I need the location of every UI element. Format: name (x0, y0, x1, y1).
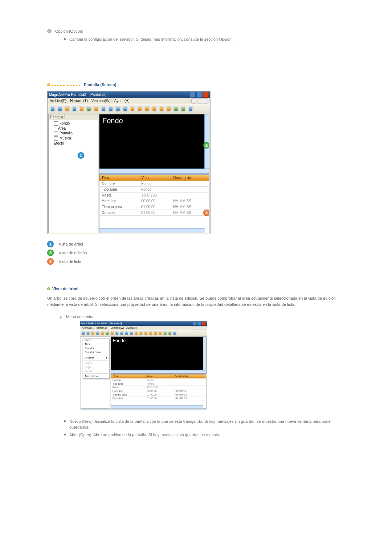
grid-row[interactable]: Tiempo para01:00:00HH:MM:SS (100, 204, 209, 210)
toolbar-icon[interactable] (64, 106, 70, 112)
grid-row[interactable]: Tipo áreaFondo (111, 382, 206, 385)
toolbar-icon[interactable] (144, 331, 148, 335)
grid-col-valor[interactable]: Valor (146, 374, 173, 378)
horizontal-scrollbar[interactable] (111, 370, 206, 373)
toolbar-icon[interactable] (137, 106, 143, 112)
grid-row[interactable]: Duración01:00:00HH:MM:SS (111, 397, 206, 400)
toolbar-icon[interactable] (50, 106, 56, 112)
grid-row[interactable]: Resol.1366*768 (100, 192, 209, 198)
menu-help[interactable]: Ayuda(H) (126, 327, 137, 329)
edit-view-preview[interactable]: Fondo (111, 337, 207, 373)
grid-row[interactable]: Hora inic.00:00:00HH:MM:SS (111, 389, 206, 393)
tree-expand-icon[interactable]: + (54, 131, 58, 135)
tree-item[interactable]: +Pantalla (54, 131, 97, 135)
toolbar-icon[interactable] (91, 331, 95, 335)
toolbar-icon[interactable] (134, 331, 138, 335)
ctx-menu-abrir[interactable]: Abrir (83, 342, 109, 346)
menu-file[interactable]: Archivo(F) (50, 99, 66, 103)
grid-col-desc[interactable]: Descripción (171, 175, 209, 181)
toolbar-icon[interactable] (163, 331, 167, 335)
toolbar-text-icon[interactable] (79, 106, 85, 112)
toolbar-icon[interactable] (86, 331, 90, 335)
grid-row[interactable]: NombreFondo (111, 378, 206, 382)
toolbar-icon[interactable] (110, 331, 114, 335)
toolbar-icon[interactable] (154, 331, 158, 335)
toolbar-icon[interactable] (166, 106, 172, 112)
ctx-menu-guardar-como[interactable]: Guardar como (83, 350, 109, 354)
tree-item[interactable]: +Música (54, 136, 97, 141)
toolbar-icon[interactable] (96, 331, 100, 335)
grid-col-valor[interactable]: Valor (139, 175, 171, 181)
horizontal-scrollbar[interactable] (99, 228, 205, 233)
toolbar-icon[interactable] (86, 106, 92, 112)
toolbar-icon[interactable] (124, 331, 128, 335)
toolbar-icon[interactable] (130, 331, 134, 335)
tree-item[interactable]: Área (54, 126, 97, 130)
grid-col-desc[interactable]: Descripción (173, 374, 206, 378)
toolbar-icon[interactable] (122, 106, 128, 112)
menu-help[interactable]: Ayuda(H) (114, 99, 130, 103)
tree-item[interactable]: -Fondo (54, 121, 97, 126)
toolbar-icon[interactable] (72, 106, 77, 112)
tree-item[interactable]: Efecto (54, 141, 97, 145)
close-button[interactable] (202, 321, 206, 325)
minimize-button[interactable] (190, 92, 196, 98)
menu-tools[interactable]: Herram.(T) (70, 99, 88, 103)
horizontal-scrollbar[interactable] (99, 169, 209, 173)
grid-col-elem[interactable]: Elem. (111, 374, 145, 378)
mdi-close-button[interactable] (202, 326, 205, 329)
toolbar-icon[interactable] (180, 106, 186, 112)
toolbar-icon[interactable] (158, 331, 162, 335)
ctx-menu-nuevo[interactable]: Nuevo (83, 338, 109, 342)
mdi-restore-button[interactable] (197, 98, 202, 104)
toolbar-icon[interactable] (173, 331, 177, 335)
ctx-menu-ordenar[interactable]: Ordenar (83, 356, 109, 360)
grid-row[interactable]: Hora inic.00:00:00HH:MM:SS (100, 198, 209, 204)
minimize-button[interactable] (193, 321, 197, 325)
toolbar-icon[interactable] (120, 331, 124, 335)
toolbar-icon[interactable] (115, 331, 119, 335)
mdi-minimize-button[interactable] (191, 98, 196, 104)
edit-view-preview[interactable]: Fondo 2 (99, 114, 209, 174)
menu-window[interactable]: Ventana(W) (91, 99, 111, 103)
grid-row[interactable]: NombreFondo (100, 181, 209, 186)
grid-row[interactable]: Tipo áreaFondo (100, 186, 209, 192)
toolbar-icon[interactable] (173, 106, 179, 112)
maximize-button[interactable] (197, 321, 201, 325)
close-button[interactable] (203, 92, 209, 98)
grid-col-elem[interactable]: Elem. (100, 175, 139, 181)
toolbar-icon[interactable] (144, 106, 150, 112)
toolbar-icon[interactable] (130, 106, 135, 112)
ctx-menu-area-previa[interactable]: Área previa (83, 374, 109, 378)
toolbar-icon[interactable] (93, 106, 99, 112)
horizontal-scrollbar[interactable] (111, 405, 203, 408)
tree-expand-icon[interactable]: + (54, 136, 58, 141)
maximize-button[interactable] (196, 92, 202, 98)
toolbar-icon[interactable] (81, 331, 85, 335)
vertical-scrollbar[interactable] (203, 337, 206, 373)
toolbar-text-icon[interactable] (101, 331, 105, 335)
option-header-row: Opción (Option) (47, 29, 345, 33)
menu-tools[interactable]: Herram.(T) (96, 327, 108, 329)
toolbar-icon[interactable] (115, 106, 121, 112)
toolbar-icon[interactable] (139, 331, 143, 335)
toolbar-icon[interactable] (57, 106, 63, 112)
grid-row[interactable]: Tiempo para01:00:00HH:MM:SS (111, 393, 206, 396)
mdi-restore-button[interactable] (198, 326, 201, 329)
toolbar-icon[interactable] (188, 106, 193, 112)
toolbar-icon[interactable] (105, 331, 109, 335)
mdi-close-button[interactable] (203, 98, 208, 104)
grid-row[interactable]: Resol.1366*768 (111, 385, 206, 389)
tree-expand-icon[interactable]: - (54, 121, 58, 126)
grid-row[interactable]: Duración01:00:00HH:MM:SS (100, 210, 209, 215)
menu-window[interactable]: Ventana(W) (111, 327, 124, 329)
toolbar-icon[interactable] (149, 331, 153, 335)
ctx-menu-guardar[interactable]: Guardar (83, 346, 109, 350)
toolbar-icon[interactable] (108, 106, 114, 112)
toolbar-icon[interactable] (168, 331, 172, 335)
menu-file[interactable]: Archivo(F) (82, 327, 93, 329)
toolbar-icon[interactable] (101, 106, 106, 112)
mdi-minimize-button[interactable] (194, 326, 197, 329)
toolbar-icon[interactable] (159, 106, 164, 112)
toolbar-icon[interactable] (151, 106, 157, 112)
